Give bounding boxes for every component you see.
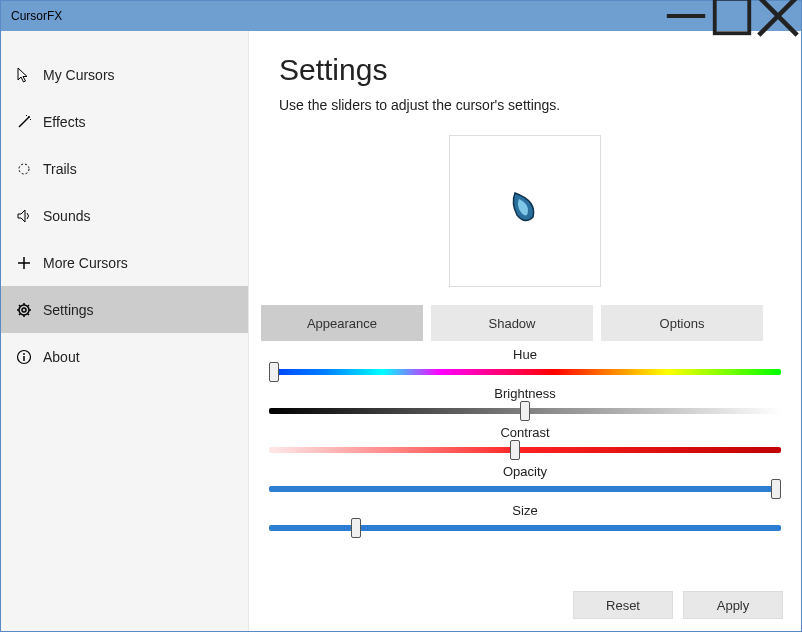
page-title: Settings (279, 53, 771, 87)
sidebar-item-label: Trails (43, 161, 77, 177)
preview-cursor-icon (503, 187, 547, 235)
sidebar-item-label: About (43, 349, 80, 365)
body: My Cursors Effects Trails Sounds (1, 31, 801, 631)
sidebar-item-label: Effects (43, 114, 86, 130)
slider-brightness-thumb[interactable] (520, 401, 530, 421)
wand-icon (15, 113, 33, 131)
svg-line-18 (28, 313, 30, 315)
sidebar-item-label: My Cursors (43, 67, 115, 83)
svg-rect-1 (715, 0, 750, 33)
settings-tabs: Appearance Shadow Options (261, 305, 801, 341)
svg-point-12 (22, 308, 26, 312)
slider-brightness-group: Brightness (265, 386, 785, 419)
svg-point-22 (23, 353, 25, 355)
apply-button[interactable]: Apply (683, 591, 783, 619)
svg-line-17 (19, 305, 21, 307)
sidebar-item-about[interactable]: About (1, 333, 248, 380)
reset-button[interactable]: Reset (573, 591, 673, 619)
sidebar-item-sounds[interactable]: Sounds (1, 192, 248, 239)
maximize-button[interactable] (709, 1, 755, 31)
sliders-panel: Hue Brightness Contrast (249, 341, 801, 542)
slider-hue-group: Hue (265, 347, 785, 380)
slider-size-thumb[interactable] (351, 518, 361, 538)
tab-shadow[interactable]: Shadow (431, 305, 593, 341)
gear-icon (15, 301, 33, 319)
slider-contrast-thumb[interactable] (510, 440, 520, 460)
trails-icon (15, 160, 33, 178)
slider-opacity-label: Opacity (265, 464, 785, 479)
cursor-icon (15, 66, 33, 84)
svg-point-8 (19, 164, 29, 174)
svg-line-4 (19, 117, 29, 127)
sidebar-item-trails[interactable]: Trails (1, 145, 248, 192)
main-header: Settings Use the sliders to adjust the c… (249, 31, 801, 123)
slider-contrast-group: Contrast (265, 425, 785, 458)
sidebar-item-label: Sounds (43, 208, 90, 224)
slider-brightness[interactable] (269, 403, 781, 419)
minimize-button[interactable] (663, 1, 709, 31)
sidebar-item-more-cursors[interactable]: More Cursors (1, 239, 248, 286)
slider-opacity[interactable] (269, 481, 781, 497)
page-subtitle: Use the sliders to adjust the cursor's s… (279, 97, 771, 113)
main-panel: Settings Use the sliders to adjust the c… (249, 31, 801, 631)
slider-contrast-label: Contrast (265, 425, 785, 440)
svg-line-19 (19, 313, 21, 315)
sidebar: My Cursors Effects Trails Sounds (1, 31, 249, 631)
slider-hue[interactable] (269, 364, 781, 380)
slider-opacity-thumb[interactable] (771, 479, 781, 499)
cursor-preview (449, 135, 601, 287)
sidebar-item-label: Settings (43, 302, 94, 318)
sidebar-item-label: More Cursors (43, 255, 128, 271)
sidebar-item-effects[interactable]: Effects (1, 98, 248, 145)
slider-size-label: Size (265, 503, 785, 518)
slider-hue-label: Hue (265, 347, 785, 362)
sound-icon (15, 207, 33, 225)
svg-line-7 (30, 119, 31, 120)
app-window: CursorFX My Cursors Effects (0, 0, 802, 632)
info-icon (15, 348, 33, 366)
svg-line-20 (28, 305, 30, 307)
slider-brightness-label: Brightness (265, 386, 785, 401)
tab-options[interactable]: Options (601, 305, 763, 341)
slider-size-group: Size (265, 503, 785, 536)
tab-appearance[interactable]: Appearance (261, 305, 423, 341)
svg-line-6 (26, 115, 27, 116)
plus-icon (15, 254, 33, 272)
slider-hue-thumb[interactable] (269, 362, 279, 382)
sidebar-item-my-cursors[interactable]: My Cursors (1, 51, 248, 98)
sidebar-item-settings[interactable]: Settings (1, 286, 248, 333)
slider-contrast[interactable] (269, 442, 781, 458)
footer-buttons: Reset Apply (573, 591, 783, 619)
close-button[interactable] (755, 1, 801, 31)
titlebar: CursorFX (1, 1, 801, 31)
svg-point-5 (28, 116, 30, 118)
slider-size[interactable] (269, 520, 781, 536)
window-title: CursorFX (11, 9, 62, 23)
slider-opacity-group: Opacity (265, 464, 785, 497)
